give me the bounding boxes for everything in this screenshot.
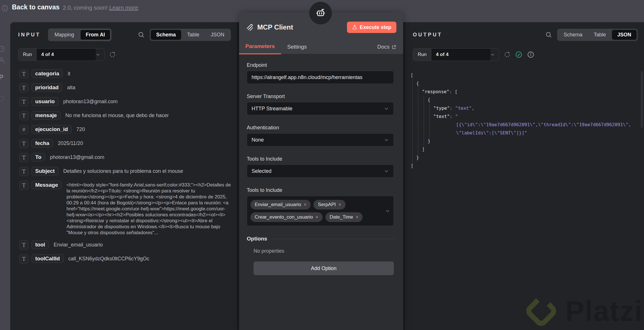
- no-properties-text: No properties: [254, 248, 394, 254]
- success-check-icon: [515, 51, 522, 58]
- tool-tag[interactable]: Date_Time×: [325, 212, 363, 222]
- schema-field-row[interactable]: TTophotoran13@gmail.com: [19, 153, 233, 162]
- input-panel: INPUT Mapping From AI Schema Table JSON …: [10, 22, 237, 330]
- authentication-field: Authentication None: [247, 125, 394, 146]
- schema-field-row[interactable]: Tcategoriait: [19, 69, 233, 78]
- field-name[interactable]: ejecucion_id: [32, 125, 72, 134]
- field-value: photoran13@gmail.com: [63, 97, 118, 106]
- json-line: "response": [: [411, 88, 640, 96]
- authentication-select[interactable]: None: [247, 133, 394, 146]
- field-name[interactable]: To: [32, 153, 45, 161]
- schema-field-row[interactable]: TSubjectDetalles y soluciones para tu pr…: [19, 167, 233, 176]
- learn-more-link[interactable]: Learn more: [109, 5, 138, 11]
- input-mode-tabs: Mapping From AI: [48, 28, 112, 41]
- field-name[interactable]: prioridad: [32, 83, 62, 92]
- clock-icon: [0, 45, 6, 53]
- tab-table[interactable]: Table: [588, 30, 611, 40]
- unlink-runs-icon[interactable]: [504, 51, 511, 58]
- chevron-down-icon: [96, 52, 100, 57]
- tab-mapping[interactable]: Mapping: [49, 30, 80, 40]
- json-line: "text": ": [411, 112, 640, 121]
- schema-field-row[interactable]: TmensajeNo me funciona el mouse, que deb…: [19, 111, 233, 120]
- tab-settings[interactable]: Settings: [281, 44, 313, 54]
- node-settings-panel: MCP Client Execute step Parameters Setti…: [239, 13, 403, 330]
- text-type-icon: T: [19, 139, 28, 148]
- info-icon[interactable]: [527, 51, 534, 58]
- schema-field-row[interactable]: Tprioridadalta: [19, 83, 233, 92]
- add-option-button[interactable]: Add Option: [254, 261, 394, 275]
- text-type-icon: T: [19, 83, 28, 92]
- tools-multiselect[interactable]: Enviar_email_usuario×SerpAPI×Crear_event…: [247, 196, 394, 226]
- field-name[interactable]: fecha: [32, 139, 53, 148]
- tab-from-ai[interactable]: From AI: [80, 30, 110, 40]
- unlink-runs-icon[interactable]: [109, 51, 116, 58]
- tool-tag-label: Date_Time: [330, 214, 353, 220]
- mcp-logo-icon: [246, 23, 254, 31]
- tab-json[interactable]: JSON: [612, 30, 637, 40]
- help-icon: [0, 95, 5, 102]
- node-title: MCP Client: [257, 23, 293, 31]
- field-value: call_KSN6ydzQdks0ltCCP6cY9gOc: [68, 254, 149, 263]
- remove-tag-icon[interactable]: ×: [315, 214, 318, 220]
- output-json-view: [{"response": [{"type": "text","text": "…: [411, 71, 640, 330]
- execute-step-label: Execute step: [360, 24, 391, 30]
- schema-field-row[interactable]: TtoolCallIdcall_KSN6ydzQdks0ltCCP6cY9gOc: [19, 254, 233, 263]
- schema-field-row[interactable]: #ejecucion_id720: [19, 125, 233, 134]
- input-run-row: Run 4 of 4: [18, 48, 116, 61]
- back-to-canvas-tooltip[interactable]: Back to canvas: [11, 3, 61, 12]
- tab-schema[interactable]: Schema: [151, 30, 181, 40]
- field-value: 720: [76, 125, 85, 134]
- execute-step-button[interactable]: Execute step: [347, 22, 396, 33]
- external-link-icon: [392, 45, 396, 49]
- search-icon[interactable]: [545, 31, 552, 38]
- field-name[interactable]: toolCallId: [32, 254, 64, 263]
- run-label: Run: [18, 49, 37, 61]
- field-name[interactable]: tool: [32, 240, 49, 249]
- schema-field-row[interactable]: TtoolEnviar_email_usuario: [19, 240, 233, 250]
- chevron-down-icon: [490, 52, 495, 57]
- remove-tag-icon[interactable]: ×: [356, 214, 359, 220]
- tools-mode-select[interactable]: Selected: [247, 165, 394, 178]
- chevron-down-icon: [384, 169, 389, 174]
- input-run-selector[interactable]: Run 4 of 4: [18, 48, 104, 61]
- output-title: OUTPUT: [413, 32, 442, 38]
- remove-tag-icon[interactable]: ×: [304, 202, 306, 207]
- field-label: Server Transport: [247, 94, 394, 99]
- field-name[interactable]: usuario: [32, 97, 58, 106]
- tab-parameters[interactable]: Parameters: [239, 43, 281, 54]
- search-icon[interactable]: [138, 31, 145, 38]
- input-view-tabs: Schema Table JSON: [150, 29, 231, 41]
- schema-field-row[interactable]: Tusuariophotoran13@gmail.com: [19, 97, 233, 106]
- server-transport-select[interactable]: HTTP Streamable: [247, 102, 394, 115]
- json-lines: [{"response": [{"type": "text","text": "…: [411, 71, 640, 170]
- chevron-down-icon: [385, 208, 390, 213]
- remove-tag-icon[interactable]: ×: [338, 202, 341, 207]
- tool-tag[interactable]: Crear_evento_con_usuario×: [250, 212, 323, 222]
- tab-schema[interactable]: Schema: [558, 30, 588, 40]
- field-name[interactable]: mensaje: [32, 111, 60, 120]
- tool-tag-label: Enviar_email_usuario: [255, 202, 301, 207]
- text-type-icon: T: [19, 181, 28, 190]
- docs-link[interactable]: Docs: [377, 44, 396, 54]
- json-line: {: [411, 96, 640, 104]
- field-name[interactable]: categoria: [32, 69, 63, 78]
- output-view-tabs: Schema Table JSON: [557, 29, 638, 41]
- schema-field-row[interactable]: Tfecha2025/11/20: [19, 139, 233, 148]
- tool-tag[interactable]: SerpAPI×: [313, 200, 345, 209]
- n8n-node-detail-view: Get ready for n8n 2.0, coming soon! Lear…: [0, 0, 644, 330]
- schema-field-row[interactable]: TMessage<html><body style="font-family:A…: [19, 181, 233, 236]
- field-name[interactable]: Message: [32, 181, 62, 189]
- json-line: [{\"id\":\"19ae7d667d962091\",\"threadId…: [411, 121, 640, 129]
- field-value: No me funciona el mouse, que debo de hac…: [65, 111, 169, 120]
- input-title: INPUT: [18, 32, 41, 38]
- robot-icon: [314, 7, 327, 19]
- tool-tag[interactable]: Enviar_email_usuario×: [250, 200, 311, 209]
- tab-json[interactable]: JSON: [205, 30, 230, 40]
- scrollbar-thumb[interactable]: [641, 71, 643, 128]
- output-run-selector[interactable]: Run 4 of 4: [413, 48, 499, 61]
- json-line: }: [411, 153, 640, 162]
- field-name[interactable]: Subject: [32, 167, 58, 175]
- endpoint-input[interactable]: https://alrangelf.app.n8n.cloud/mcp/herr…: [247, 71, 394, 84]
- field-value: it: [68, 69, 70, 78]
- tab-table[interactable]: Table: [182, 30, 205, 40]
